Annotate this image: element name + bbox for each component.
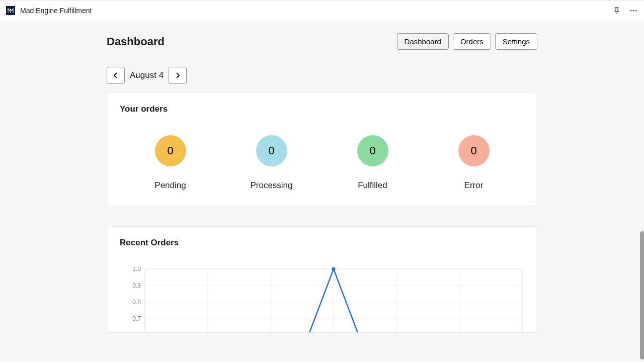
order-stats-row: 0 Pending 0 Processing 0 Fulfilled 0 Err…: [120, 135, 524, 191]
app-header: Mad Engine Fulfillment: [0, 0, 644, 21]
stat-pending[interactable]: 0 Pending: [125, 135, 216, 191]
app-title: Mad Engine Fulfillment: [20, 7, 92, 15]
app-header-left: Mad Engine Fulfillment: [6, 6, 92, 15]
date-navigator: August 4: [107, 67, 537, 84]
stat-processing[interactable]: 0 Processing: [226, 135, 317, 191]
stat-label: Error: [464, 180, 484, 191]
tab-orders[interactable]: Orders: [453, 33, 491, 50]
svg-point-20: [332, 267, 336, 271]
stat-label: Processing: [250, 180, 292, 191]
svg-text:1.0: 1.0: [132, 267, 141, 273]
page-title: Dashboard: [107, 35, 165, 48]
stat-circle: 0: [155, 135, 186, 166]
page-header-row: Dashboard Dashboard Orders Settings: [107, 33, 537, 50]
svg-point-3: [635, 10, 636, 11]
tab-dashboard[interactable]: Dashboard: [397, 33, 449, 50]
recent-orders-card: Recent Orders 1.00.90.80.7: [107, 227, 537, 332]
app-logo: [6, 6, 15, 15]
scrollbar[interactable]: [640, 231, 644, 359]
page-content: Dashboard Dashboard Orders Settings Augu…: [0, 21, 644, 362]
recent-orders-chart: 1.00.90.80.7: [120, 267, 524, 332]
your-orders-card: Your orders 0 Pending 0 Processing 0 Ful…: [107, 93, 537, 206]
stat-circle: 0: [256, 135, 287, 166]
pin-icon[interactable]: [613, 7, 621, 15]
app-header-right: [613, 6, 638, 15]
date-next-button[interactable]: [169, 67, 187, 84]
stat-label: Pending: [154, 180, 186, 191]
date-label: August 4: [130, 70, 164, 80]
recent-orders-title: Recent Orders: [120, 238, 524, 248]
date-prev-button[interactable]: [107, 67, 125, 84]
svg-text:0.9: 0.9: [132, 282, 141, 289]
svg-text:0.8: 0.8: [132, 299, 141, 306]
stat-label: Fulfilled: [358, 180, 387, 191]
stat-circle: 0: [357, 135, 388, 166]
your-orders-title: Your orders: [120, 104, 524, 114]
nav-tabs: Dashboard Orders Settings: [397, 33, 537, 50]
svg-text:0.7: 0.7: [132, 315, 141, 322]
stat-fulfilled[interactable]: 0 Fulfilled: [328, 135, 418, 191]
stat-error[interactable]: 0 Error: [429, 135, 519, 191]
more-icon[interactable]: [629, 6, 638, 15]
tab-settings[interactable]: Settings: [495, 33, 537, 50]
svg-point-1: [630, 10, 631, 11]
svg-point-2: [632, 10, 634, 11]
stat-circle: 0: [458, 135, 490, 166]
